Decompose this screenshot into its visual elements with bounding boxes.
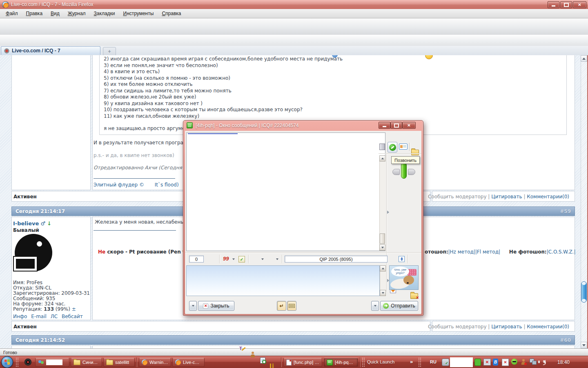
new-tab-button[interactable]: + (103, 47, 116, 56)
profile-from: Откуда: SIN-CL (13, 285, 51, 291)
qip-selection-mark (188, 133, 238, 134)
close-folder-icon[interactable] (410, 293, 418, 299)
tab-bar: Live-co.com / ICQ - 7 + (0, 46, 588, 56)
quicklaunch-media-icon[interactable] (24, 359, 31, 366)
close-options-dropdown[interactable] (189, 301, 197, 311)
qip-minimize-button[interactable] (379, 122, 390, 129)
tray-bluetooth-icon[interactable]: B (493, 359, 498, 366)
scroll-down-button[interactable] (581, 342, 587, 348)
tray-agent-icon[interactable] (474, 359, 481, 366)
author-row: I-believe ♂ ↓ (13, 220, 51, 227)
website-link[interactable]: Вебсайт (62, 314, 83, 319)
down-arrow-icon[interactable]: ↓ (47, 220, 51, 227)
qip-send-button[interactable]: ➜ Отправить (380, 301, 418, 311)
email-link[interactable]: E-mail (31, 314, 47, 319)
qip-scroll-down-button[interactable] (379, 245, 385, 251)
qip-close-button[interactable]: ✕ (402, 122, 416, 129)
qip-window-icon (187, 122, 193, 128)
qip-scrollbar-thumb[interactable] (380, 233, 385, 244)
minimize-button[interactable] (548, 1, 559, 8)
comments-link[interactable]: Комментарии(0) (527, 194, 569, 200)
tray-messenger-icon[interactable] (521, 359, 526, 365)
taskbar-button-notepad[interactable]: [func.php] - ... (283, 358, 322, 367)
taskbar-button-folder2[interactable]: satellitt (103, 358, 135, 367)
scrollbar-thumb[interactable] (581, 281, 587, 303)
page-scrollbar[interactable] (581, 55, 588, 348)
hz-method-link[interactable]: |Hz метод||Fl метод| (448, 249, 501, 255)
post-time: Сегодня 21:14:17 (16, 209, 65, 214)
message-preview-icon[interactable] (260, 357, 265, 364)
file-transfer-icon[interactable] (411, 150, 419, 155)
settings-tools-icon[interactable] (269, 363, 274, 368)
profile-links: Инфо E-mail ЛС Вебсайт (13, 314, 83, 319)
scroll-up-button[interactable] (581, 55, 587, 62)
qip-message-input[interactable] (186, 265, 380, 296)
post-ps: p.s.- и да, в квипе нет звонков) (94, 153, 174, 158)
menu-tools[interactable]: Инструменты (119, 9, 158, 18)
contact-info-icon[interactable] (399, 144, 408, 150)
report-link[interactable]: Сообщить модератору (428, 194, 487, 200)
comments-link[interactable]: Комментарии(0) (527, 324, 569, 330)
menu-file[interactable]: Файл (2, 9, 22, 18)
info-link[interactable]: Инфо (13, 314, 27, 319)
post-signature-right: отошоп:|Hz метод||Fl метод| Не фотошоп:|… (425, 249, 575, 255)
pm-link[interactable]: ЛС (51, 314, 58, 319)
history-icon[interactable] (379, 144, 385, 150)
quote-dropdown-icon[interactable] (232, 258, 235, 260)
qip-message-window[interactable]: [4ih-pqh] - Окно сообщений | ICQ# 222404… (183, 120, 423, 316)
call-button[interactable] (388, 142, 397, 153)
chevron-expand-icon[interactable]: » (410, 359, 413, 365)
spellcheck-icon[interactable]: ✓ (238, 256, 245, 263)
taskbar-button-firefox2[interactable]: Live-co.com... (172, 358, 205, 367)
language-indicator[interactable]: RU (430, 359, 437, 364)
tab-livecо[interactable]: Live-co.com / ICQ - 7 (1, 46, 100, 55)
menu-edit[interactable]: Правка (22, 9, 47, 18)
menu-bookmarks[interactable]: Закладки (90, 9, 119, 18)
qip-maximize-button[interactable] (390, 122, 402, 129)
start-button[interactable] (1, 356, 13, 368)
maximize-button[interactable] (560, 1, 572, 8)
profile-registered: Зарегистрирован: 2009-03-31 (13, 290, 90, 296)
qip-input-scroll-down[interactable] (380, 290, 386, 296)
font-format-icon[interactable] (239, 346, 245, 352)
keyboard-layout-toggle[interactable] (287, 301, 296, 311)
author-username[interactable]: I-believe (13, 220, 39, 227)
panel-collapse-icon[interactable] (387, 211, 389, 214)
qip-scroll-up-button[interactable] (379, 155, 385, 162)
taskbar-button-media[interactable] (35, 358, 69, 367)
tray-qip-status-icon[interactable] (511, 359, 517, 365)
taskbar-clock[interactable]: 18:40 (557, 359, 570, 365)
taskbar-button-folder1[interactable]: Синие смай... (71, 358, 102, 367)
tray-volume-icon[interactable] (541, 359, 547, 365)
report-link[interactable]: Сообщить модератору (428, 324, 487, 330)
save-dropdown-icon[interactable] (276, 258, 278, 260)
post-status-cell (11, 321, 430, 332)
tray-flag-icon[interactable]: ✕ (502, 359, 509, 366)
contact-edit-icon[interactable] (250, 352, 256, 357)
rep-plusminus-link[interactable]: ± (72, 306, 76, 312)
tray-disconnect-icon[interactable]: ✕ (483, 359, 491, 366)
quote-link[interactable]: Цитировать (491, 194, 522, 200)
post-edited-note: Отредактированно Ахчи (Сегодня 21 (94, 165, 190, 171)
close-button[interactable]: ✕ (573, 1, 586, 8)
quote-insert-icon[interactable]: 99 (223, 256, 229, 262)
send-options-dropdown[interactable] (371, 301, 379, 311)
qip-close-chat-button[interactable]: ✕ Закрыть (198, 301, 234, 311)
send-on-enter-toggle[interactable]: ↵ (277, 301, 286, 311)
client-info-box: QIP 2005 (8095) (285, 256, 388, 263)
folder-icon (106, 360, 113, 365)
coswz-link[interactable]: |C.O.S.W.Z.| (547, 249, 576, 255)
toolbar-grip (362, 357, 365, 367)
tray-usb-icon[interactable]: ✓ (442, 359, 449, 366)
qip-message-history[interactable] (186, 132, 385, 251)
calendar-dropdown-icon[interactable] (261, 258, 264, 260)
taskbar-button-firefox1[interactable]: Warning: ses... (139, 358, 171, 367)
split-view-icon[interactable] (399, 256, 405, 262)
menu-help[interactable]: Справка (158, 9, 185, 18)
tray-network-icon[interactable] (530, 359, 537, 365)
menu-history[interactable]: Журнал (64, 9, 90, 18)
taskbar-button-qip[interactable]: [4ih-pqh] - ... (324, 358, 358, 367)
qip-input-scroll-up[interactable] (380, 265, 386, 272)
quote-link[interactable]: Цитировать (491, 324, 522, 330)
menu-view[interactable]: Вид (47, 9, 64, 18)
